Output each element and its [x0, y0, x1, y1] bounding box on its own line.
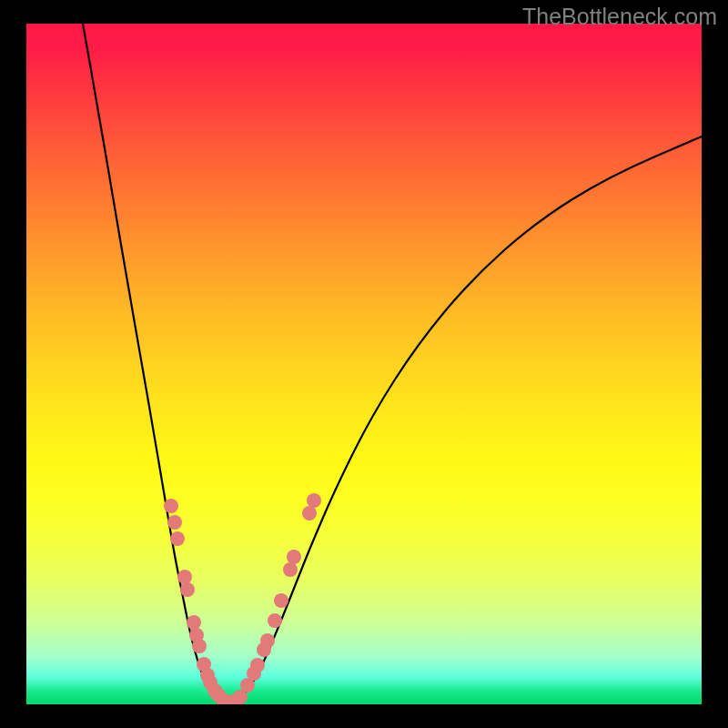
data-marker: [164, 499, 178, 513]
data-marker: [187, 615, 201, 630]
data-marker: [302, 506, 317, 521]
data-marker: [177, 570, 192, 584]
data-marker: [283, 562, 298, 577]
chart-svg: [26, 24, 702, 704]
data-marker: [180, 582, 195, 597]
data-marker: [274, 593, 288, 608]
data-marker: [192, 639, 207, 653]
data-marker: [307, 493, 321, 508]
data-marker: [250, 658, 265, 672]
data-marker: [287, 550, 301, 564]
data-marker: [268, 613, 282, 628]
marker-group: [164, 493, 321, 704]
chart-plot-area: [26, 24, 702, 704]
data-marker: [170, 531, 185, 546]
watermark-text: TheBottleneck.com: [522, 4, 717, 30]
data-marker: [167, 515, 182, 530]
bottleneck-curve-line: [83, 24, 702, 703]
data-marker: [260, 633, 275, 648]
